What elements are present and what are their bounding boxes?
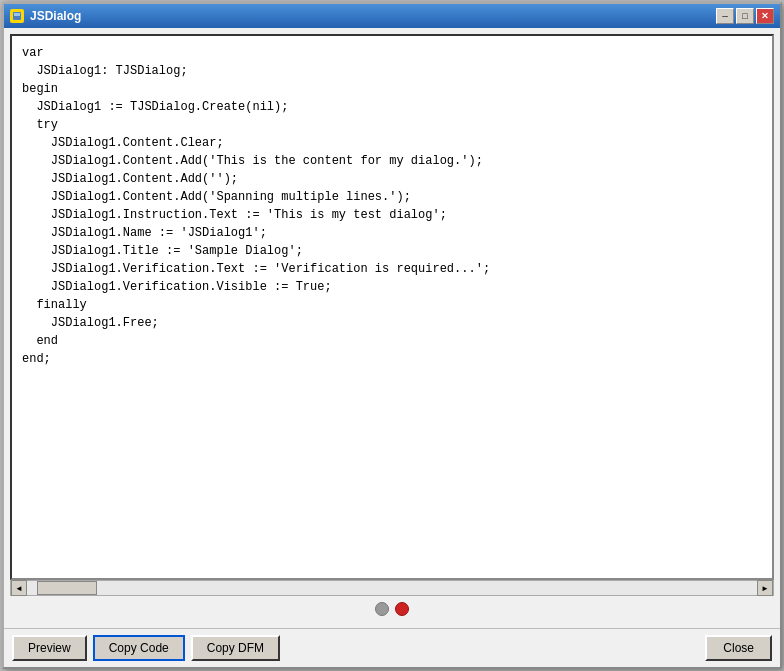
svg-rect-1 <box>14 13 20 16</box>
window-close-button[interactable] <box>756 8 774 24</box>
scroll-right-button[interactable]: ► <box>757 580 773 596</box>
minimize-button[interactable] <box>716 8 734 24</box>
title-bar-buttons <box>716 8 774 24</box>
title-bar: JSDialog <box>4 4 780 28</box>
copy-dfm-button[interactable]: Copy DFM <box>191 635 280 661</box>
scroll-left-button[interactable]: ◄ <box>11 580 27 596</box>
maximize-button[interactable] <box>736 8 754 24</box>
window-icon <box>10 9 24 23</box>
main-window: JSDialog var JSDialog1: TJSDialog; begin… <box>2 2 782 669</box>
title-bar-left: JSDialog <box>10 9 81 23</box>
scrollbar-track[interactable] <box>27 581 757 595</box>
indicator-row <box>10 596 774 622</box>
code-editor[interactable]: var JSDialog1: TJSDialog; begin JSDialog… <box>10 34 774 580</box>
indicator-dot-2 <box>395 602 409 616</box>
bottom-bar: Preview Copy Code Copy DFM Close <box>4 628 780 667</box>
preview-button[interactable]: Preview <box>12 635 87 661</box>
copy-code-button[interactable]: Copy Code <box>93 635 185 661</box>
scrollbar-thumb[interactable] <box>37 581 97 595</box>
close-button[interactable]: Close <box>705 635 772 661</box>
window-title: JSDialog <box>30 9 81 23</box>
bottom-left-buttons: Preview Copy Code Copy DFM <box>12 635 280 661</box>
horizontal-scrollbar[interactable]: ◄ ► <box>10 580 774 596</box>
indicator-dot-1 <box>375 602 389 616</box>
content-area: var JSDialog1: TJSDialog; begin JSDialog… <box>4 28 780 628</box>
code-text: var JSDialog1: TJSDialog; begin JSDialog… <box>12 36 772 376</box>
